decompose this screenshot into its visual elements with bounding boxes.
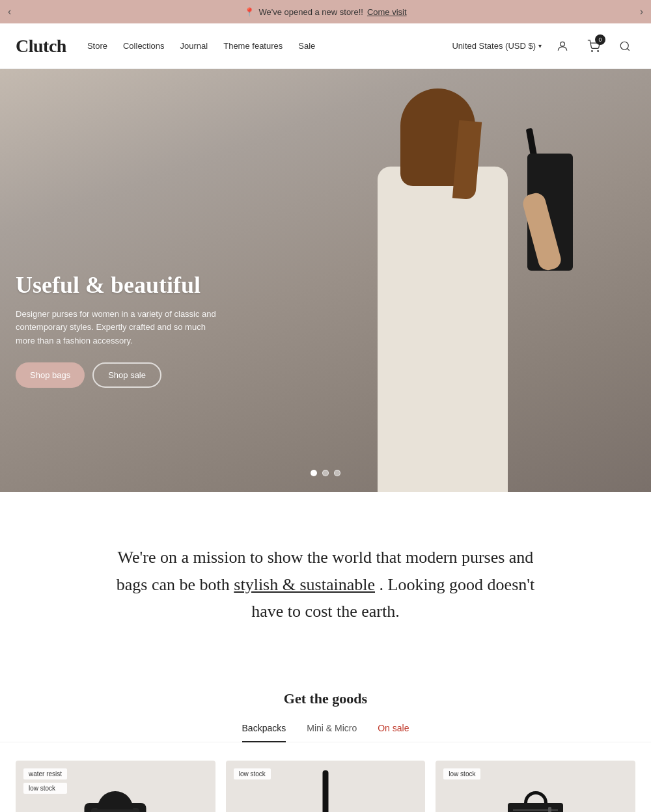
hero-dots <box>311 470 340 476</box>
cart-button[interactable]: 0 <box>583 36 604 57</box>
shop-sale-button[interactable]: Shop sale <box>92 362 161 388</box>
badge-low-stock-3: low stock <box>443 768 480 779</box>
hero-dot-1[interactable] <box>311 470 317 476</box>
user-icon <box>556 40 569 53</box>
products-grid: water resist low stock low stock <box>0 761 651 812</box>
products-section: Get the goods Backpacks Mini & Micro On … <box>0 677 651 812</box>
badge-low-stock-1: low stock <box>23 783 67 794</box>
nav-item-sale[interactable]: Sale <box>298 41 315 51</box>
announcement-prev-button[interactable]: ‹ <box>0 0 19 23</box>
product-tabs: Backpacks Mini & Micro On sale <box>0 723 651 742</box>
cart-count-badge: 0 <box>595 34 605 45</box>
hero-buttons: Shop bags Shop sale <box>16 362 224 388</box>
search-button[interactable] <box>615 36 635 57</box>
hero-title: Useful & beautiful <box>16 271 224 299</box>
header: Clutch Store Collections Journal Theme f… <box>0 23 651 69</box>
tab-on-sale[interactable]: On sale <box>378 723 409 742</box>
site-logo[interactable]: Clutch <box>16 36 66 57</box>
mission-section: We're on a mission to show the world tha… <box>0 492 651 677</box>
hero-description: Designer purses for women in a variety o… <box>16 308 224 348</box>
currency-selector[interactable]: United States (USD $) ▾ <box>452 41 542 51</box>
product-card-1[interactable]: water resist low stock <box>16 761 215 812</box>
tab-backpacks[interactable]: Backpacks <box>242 723 286 742</box>
hero-content: Useful & beautiful Designer purses for w… <box>16 271 224 388</box>
nav-item-store[interactable]: Store <box>87 41 107 51</box>
mission-link[interactable]: stylish & sustainable <box>234 575 375 594</box>
announcement-text: 📍 We've opened a new store!! Come visit <box>244 7 406 17</box>
model-torso <box>378 167 508 492</box>
hero-model-image <box>326 75 586 492</box>
account-button[interactable] <box>552 36 573 57</box>
hero-dot-2[interactable] <box>322 470 329 476</box>
nav-item-journal[interactable]: Journal <box>180 41 208 51</box>
mission-text: We're on a mission to show the world tha… <box>104 544 547 625</box>
model-hair <box>400 88 475 186</box>
nav-item-collections[interactable]: Collections <box>123 41 165 51</box>
badge-water-resist: water resist <box>23 768 67 779</box>
products-heading: Get the goods <box>0 690 651 707</box>
product-card-3[interactable]: low stock <box>436 761 635 812</box>
hero-dot-3[interactable] <box>334 470 340 476</box>
product-badges-2: low stock <box>234 768 271 779</box>
chevron-down-icon: ▾ <box>538 42 542 49</box>
svg-point-0 <box>561 42 565 46</box>
product-card-2[interactable]: low stock <box>226 761 426 812</box>
main-nav: Store Collections Journal Theme features… <box>87 41 452 51</box>
tab-mini-micro[interactable]: Mini & Micro <box>307 723 357 742</box>
announcement-bar: ‹ 📍 We've opened a new store!! Come visi… <box>0 0 651 23</box>
svg-point-1 <box>592 50 593 51</box>
announcement-next-button[interactable]: › <box>632 0 651 23</box>
hero-section: Useful & beautiful Designer purses for w… <box>0 69 651 492</box>
announcement-link[interactable]: Come visit <box>367 7 407 17</box>
location-icon: 📍 <box>244 7 255 17</box>
product-badges-3: low stock <box>443 768 480 779</box>
badge-low-stock-2: low stock <box>234 768 271 779</box>
header-actions: United States (USD $) ▾ 0 <box>452 36 635 57</box>
svg-point-3 <box>620 42 628 49</box>
search-icon <box>619 40 631 52</box>
product-badges-1: water resist low stock <box>23 768 67 794</box>
shop-bags-button[interactable]: Shop bags <box>16 362 85 388</box>
svg-point-2 <box>598 50 599 51</box>
nav-item-theme-features[interactable]: Theme features <box>223 41 283 51</box>
